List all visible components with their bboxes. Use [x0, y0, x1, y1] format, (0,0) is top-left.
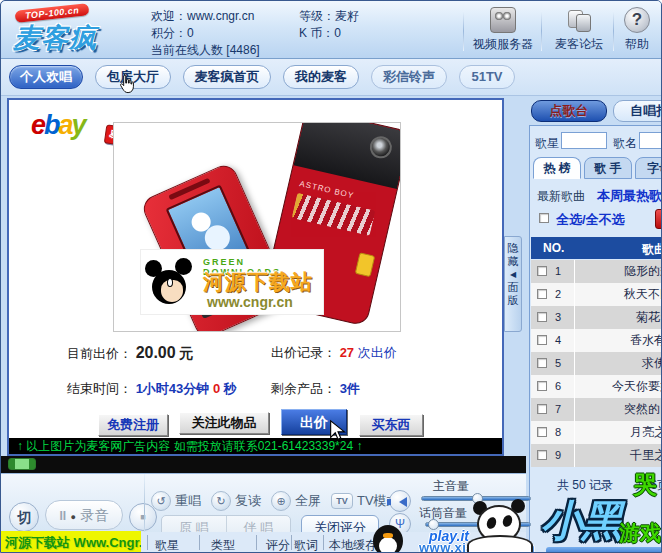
- help-icon: ?: [624, 7, 650, 33]
- collapse-arrow-icon: ◀: [505, 268, 521, 281]
- song-row[interactable]: 5 求佛: [531, 352, 662, 375]
- price-sticker: [355, 252, 376, 277]
- tv-icon[interactable]: TV: [331, 493, 353, 509]
- song-checkbox[interactable]: [537, 335, 547, 345]
- video-server-icon: [490, 7, 516, 33]
- kcoin-value: 0: [334, 26, 341, 40]
- remaining-suffix: 件: [347, 381, 360, 396]
- app-logo: TOP-100.cn 麦客疯: [9, 4, 141, 56]
- order-song-button[interactable]: 点歌: [655, 209, 662, 229]
- fullscreen-icon[interactable]: ⊕: [271, 491, 291, 511]
- resing-icon[interactable]: ↺: [151, 491, 171, 511]
- song-checkbox[interactable]: [537, 450, 547, 460]
- player-controls-row: ↺重唱↻复读⊕全屏TVTV模式: [151, 491, 410, 511]
- song-row[interactable]: 7 突然的自我: [531, 398, 662, 421]
- song-row[interactable]: 2 秋天不回来: [531, 283, 662, 306]
- current-price-label: 目前出价：: [67, 346, 132, 361]
- status-strip: [1, 456, 526, 473]
- hide-panel-toggle[interactable]: 隐藏 ◀ 面版: [504, 236, 522, 332]
- song-title: 千里之外: [576, 444, 662, 467]
- singer-label: 歌星: [535, 135, 559, 152]
- remaining-count: 3: [340, 381, 347, 396]
- video-server-label: 视频服务器: [471, 36, 535, 53]
- songname-label: 歌名: [613, 135, 637, 152]
- song-row[interactable]: 3 菊花台: [531, 306, 662, 329]
- video-server-button[interactable]: 视频服务器: [471, 7, 535, 53]
- song-row[interactable]: 8 月亮之上: [531, 421, 662, 444]
- main-volume-button[interactable]: [389, 490, 411, 512]
- tab-personal-sing[interactable]: 个人欢唱: [9, 65, 83, 89]
- song-checkbox[interactable]: [537, 381, 547, 391]
- welcome-block: 欢迎：www.cngr.cn 积分：0 当前在线人数 [4486]: [151, 8, 260, 59]
- register-button[interactable]: 免费注册: [98, 414, 168, 436]
- col-local-cache: 本地缓存: [329, 537, 377, 553]
- watch-item-button[interactable]: 关注此物品: [179, 412, 269, 434]
- battery-indicator: [8, 458, 36, 470]
- arrow-cursor: [327, 419, 349, 441]
- record-label: 录音: [81, 507, 109, 523]
- level-value: 麦籽: [335, 9, 359, 23]
- online-value: [4486]: [226, 43, 259, 57]
- tab-song-station[interactable]: 点歌台: [531, 100, 607, 122]
- song-table-header: NO. 歌曲: [531, 237, 662, 259]
- song-row[interactable]: 4 香水有毒: [531, 329, 662, 352]
- subtab-singers[interactable]: 歌 手: [584, 157, 632, 179]
- select-all-checkbox[interactable]: [539, 213, 549, 223]
- songname-search-input[interactable]: [639, 132, 662, 149]
- phone-screen: [166, 184, 251, 276]
- hand-cursor: [116, 73, 138, 95]
- song-checkbox[interactable]: [537, 312, 547, 322]
- bid-record-row: 出价记录： 27 次出价: [271, 344, 397, 362]
- song-title: 隐形的翅膀: [576, 260, 662, 283]
- song-title: 香水有毒: [576, 329, 662, 352]
- song-row[interactable]: 1 隐形的翅膀: [531, 260, 662, 283]
- end-time-main: 1小时43分钟: [136, 381, 210, 396]
- singer-search-input[interactable]: [561, 132, 607, 149]
- tab-my-maike[interactable]: 我的麦客: [283, 65, 359, 89]
- mic-volume-knob[interactable]: [428, 519, 439, 530]
- forum-icon: [566, 7, 592, 33]
- replay-icon[interactable]: ↻: [211, 491, 231, 511]
- points-label: 积分：: [151, 26, 187, 40]
- song-checkbox[interactable]: [537, 358, 547, 368]
- song-checkbox[interactable]: [537, 427, 547, 437]
- end-time-label: 结束时间：: [67, 381, 132, 396]
- song-title: 秋天不回来: [576, 283, 662, 306]
- forum-button[interactable]: 麦客论坛: [547, 7, 611, 53]
- logo-title: 麦客疯: [13, 20, 97, 56]
- bid-record-label: 出价记录：: [271, 345, 336, 360]
- song-title: 求佛: [576, 352, 662, 375]
- subtab-alphabet[interactable]: 字母: [635, 157, 662, 179]
- tab-home[interactable]: 麦客疯首页: [183, 65, 271, 89]
- mic-volume-slider[interactable]: [425, 522, 531, 527]
- header-divider: [463, 11, 464, 51]
- resing-label: 重唱: [175, 493, 201, 508]
- pages-count: 共 6页: [635, 477, 662, 494]
- record-button[interactable]: II ● 录音: [45, 500, 123, 530]
- switch-song-button[interactable]: 切: [9, 502, 39, 532]
- tab-51tv[interactable]: 51TV: [459, 65, 515, 89]
- playlist-header-row: 歌星 类型 评分 歌词 本地缓存: [141, 532, 526, 553]
- col-no-header: NO.: [543, 241, 564, 255]
- online-label: 当前在线人数: [151, 43, 223, 57]
- forum-label: 麦客论坛: [547, 36, 611, 53]
- header-divider: [541, 11, 542, 51]
- song-title: 突然的自我: [576, 398, 662, 421]
- song-title: 月亮之上: [576, 421, 662, 444]
- help-button[interactable]: ? 帮助: [613, 7, 661, 53]
- buy-button[interactable]: 买东西: [359, 414, 423, 436]
- tab-mms-ringtone[interactable]: 彩信铃声: [371, 65, 447, 89]
- main-volume-knob[interactable]: [472, 493, 483, 504]
- ad-notice-bar: ↑ 以上图片为麦客网广告内容 如需投放请联系021-61423339*24 ↑: [9, 438, 502, 454]
- weekly-hot-link[interactable]: 本周最热歌曲: [597, 187, 662, 205]
- song-checkbox[interactable]: [537, 289, 547, 299]
- song-row[interactable]: 6 今天你要嫁给我: [531, 375, 662, 398]
- phone-navkey: [213, 267, 253, 307]
- subtab-hot-list[interactable]: 热 榜: [533, 157, 581, 179]
- song-row[interactable]: 9 千里之外: [531, 444, 662, 467]
- song-checkbox[interactable]: [537, 266, 547, 276]
- song-checkbox[interactable]: [537, 404, 547, 414]
- tab-self-sing-score[interactable]: 自唱打分: [613, 100, 662, 122]
- main-volume-slider[interactable]: [421, 496, 531, 501]
- col-score: 评分: [266, 537, 290, 553]
